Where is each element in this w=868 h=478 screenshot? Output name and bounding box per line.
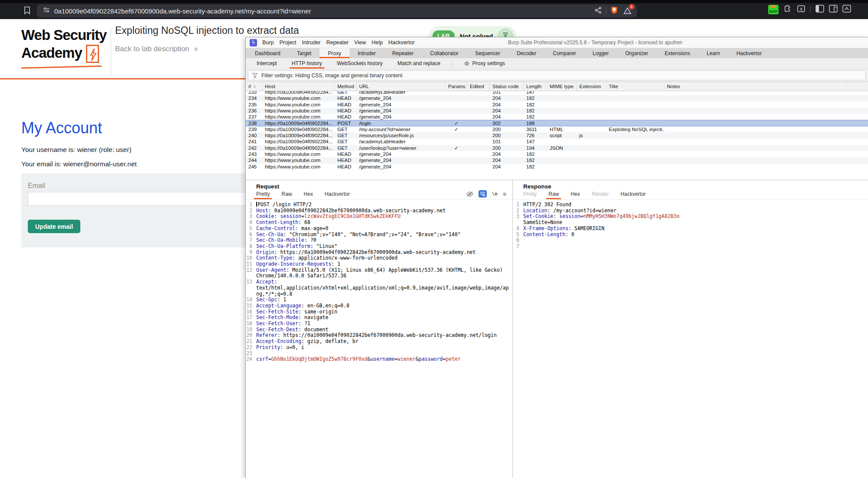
tab-pretty[interactable]: Pretty: [256, 191, 270, 199]
line-number: 17: [246, 315, 256, 321]
profile-panel-icon[interactable]: [842, 5, 851, 14]
hide-nonprintable-icon[interactable]: [466, 191, 473, 197]
http-history-row-239[interactable]: 239https://0a10009e04f0902284...GET/my-a…: [246, 126, 868, 132]
logo-text-bottom: Academy: [21, 44, 82, 62]
tab-http-history[interactable]: HTTP history: [284, 58, 330, 69]
tab-extensions[interactable]: Extensions: [657, 48, 699, 58]
tab-dashboard[interactable]: Dashboard: [247, 48, 289, 58]
line-number: 13: [246, 279, 256, 297]
tab-hackvertor[interactable]: Hackvertor: [728, 48, 770, 58]
share-icon[interactable]: [595, 7, 601, 15]
tab-websockets-history[interactable]: WebSockets history: [330, 58, 390, 69]
menu-hackvertor[interactable]: Hackvertor: [388, 40, 414, 46]
logo-underline: [21, 66, 102, 69]
extensions-puzzle-icon[interactable]: [783, 4, 792, 15]
column-header-mime-type[interactable]: MIME type: [547, 82, 577, 91]
column-header-params[interactable]: Params: [446, 82, 467, 91]
code-line: 19Sec-Fetch-Dest: document: [246, 327, 512, 333]
cell-notes: [664, 108, 847, 114]
http-history-row-243[interactable]: 243https://www.youtube.comHEAD/generate_…: [246, 151, 868, 157]
menu-project[interactable]: Project: [279, 40, 296, 46]
column-header-host[interactable]: Host: [262, 82, 335, 91]
tab-intercept[interactable]: Intercept: [249, 58, 284, 69]
vpn-icon[interactable]: 1: [622, 6, 633, 16]
cell-title: [606, 157, 664, 163]
response-editor[interactable]: 1HTTP/2 302 Found2Location: /my-account?…: [513, 200, 868, 478]
web-security-academy-logo[interactable]: Web Security Academy: [21, 26, 106, 62]
tab-hackvertor[interactable]: Hackvertor: [325, 191, 350, 199]
menu-help[interactable]: Help: [372, 40, 383, 46]
url-bar[interactable]: 0a10009e04f09022842bef67000900da.web-sec…: [37, 4, 637, 17]
tab-intruder[interactable]: Intruder: [350, 48, 384, 58]
update-email-button[interactable]: Update email: [28, 220, 80, 233]
http-history-row-238[interactable]: 238https://0a10009e04f0902284...POST/log…: [246, 120, 868, 126]
column-header-url[interactable]: URL: [356, 82, 446, 91]
http-history-row-242[interactable]: 242https://0a10009e04f0902284...GET/user…: [246, 145, 868, 151]
http-history-row-236[interactable]: 236https://www.youtube.comHEAD/generate_…: [246, 108, 868, 114]
menu-repeater[interactable]: Repeater: [326, 40, 348, 46]
split-window-icon[interactable]: [829, 5, 838, 14]
column-header-title[interactable]: Title: [606, 82, 664, 91]
tab-pretty[interactable]: Pretty: [523, 191, 537, 199]
tab-comparer[interactable]: Comparer: [545, 48, 584, 58]
tab-collaborator[interactable]: Collaborator: [422, 48, 467, 58]
tab-raw[interactable]: Raw: [548, 191, 559, 199]
tab-organizer[interactable]: Organizer: [617, 48, 657, 58]
http-history-row-233[interactable]: 233https://0a10009e04f0902284...GET/acad…: [246, 91, 868, 95]
http-history-row-244[interactable]: 244https://www.youtube.comHEAD/generate_…: [246, 157, 868, 163]
http-history-row-240[interactable]: 240https://0a10009e04f0902284...GET/reso…: [246, 132, 868, 138]
tab-hex[interactable]: Hex: [304, 191, 313, 199]
column-header-extension[interactable]: Extension: [577, 82, 606, 91]
burp-extension-icon[interactable]: BURP: [768, 5, 779, 14]
column-header-status-code[interactable]: Status code: [490, 82, 524, 91]
http-history-row-241[interactable]: 241https://0a10009e04f0902284...GET/acad…: [246, 138, 868, 145]
http-history-row-235[interactable]: 235https://www.youtube.comHEAD/generate_…: [246, 102, 868, 108]
request-editor[interactable]: 1POST /login HTTP/22Host: 0a10009e04f090…: [246, 200, 512, 478]
tab-logger[interactable]: Logger: [584, 48, 617, 58]
tab-decoder[interactable]: Decoder: [508, 48, 545, 58]
sidebar-toggle-icon[interactable]: [815, 5, 824, 14]
site-controls-icon[interactable]: [43, 7, 50, 15]
http-history-row-234[interactable]: 234https://www.youtube.comHEAD/generate_…: [246, 95, 868, 101]
tab-learn[interactable]: Learn: [698, 48, 728, 58]
tab-target[interactable]: Target: [289, 48, 320, 58]
column-header-method[interactable]: Method: [335, 82, 356, 91]
tab-raw[interactable]: Raw: [281, 191, 292, 199]
menu-intruder[interactable]: Intruder: [302, 40, 320, 46]
code-text: Host: 0a10009e04f09022842bef67000900da.w…: [256, 208, 512, 214]
tab-match-and-replace[interactable]: Match and replace: [390, 58, 448, 69]
menu-view[interactable]: View: [354, 40, 366, 46]
editor-toolbar: \n ≡: [466, 190, 506, 198]
back-to-lab-link[interactable]: Back to lab description ››: [115, 44, 197, 53]
cell-method: GET: [335, 145, 356, 151]
tab-hackvertor[interactable]: Hackvertor: [620, 191, 646, 199]
cell-method: HEAD: [335, 102, 356, 108]
brave-shield-icon[interactable]: [611, 6, 618, 16]
tab-hex[interactable]: Hex: [571, 191, 580, 199]
code-line: 5Content-Length: 0: [513, 232, 868, 238]
column-header-num[interactable]: #∧: [246, 82, 262, 91]
filter-settings-bar[interactable]: Filter settings: Hiding CSS, image and g…: [248, 70, 866, 80]
editor-menu-icon[interactable]: ≡: [503, 191, 506, 198]
column-header-notes[interactable]: Notes: [664, 82, 847, 91]
show-newlines-toggle[interactable]: \n: [492, 191, 498, 197]
cell-url: /generate_204: [356, 108, 446, 114]
tab-sequencer[interactable]: Sequencer: [467, 48, 508, 58]
http-history-row-237[interactable]: 237https://www.youtube.comHEAD/generate_…: [246, 114, 868, 120]
cell-params: [446, 164, 467, 170]
tab-proxy-settings[interactable]: ⚙ Proxy settings: [457, 60, 512, 67]
cell-notes: [664, 138, 847, 145]
tab-repeater[interactable]: Repeater: [384, 48, 422, 58]
column-header-length[interactable]: Length: [524, 82, 547, 91]
divider: [452, 62, 452, 68]
column-header-edited[interactable]: Edited: [467, 82, 490, 91]
bookmark-icon[interactable]: [24, 7, 30, 16]
tab-proxy[interactable]: Proxy: [320, 48, 350, 58]
menu-burp[interactable]: Burp: [262, 40, 274, 46]
line-number: 19: [246, 327, 256, 333]
cell-params: [446, 102, 467, 108]
tab-render[interactable]: Render: [592, 191, 609, 199]
word-wrap-toggle[interactable]: [479, 190, 487, 198]
reader-mode-icon[interactable]: a: [797, 4, 805, 15]
http-history-row-245[interactable]: 245https://www.youtube.comHEAD/generate_…: [246, 164, 868, 170]
